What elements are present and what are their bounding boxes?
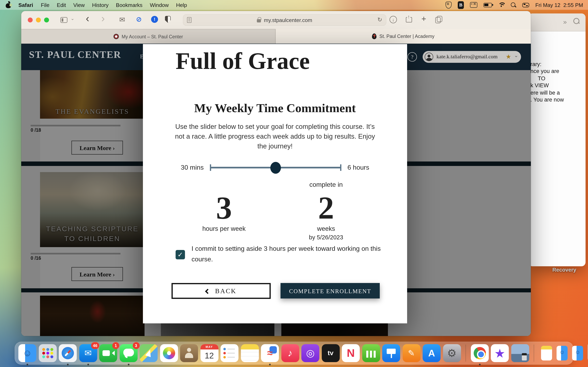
dock-icon-podcasts[interactable]: ◎	[301, 344, 319, 362]
dock-icon-photos[interactable]	[160, 344, 178, 362]
dock-icon-messages[interactable]: 3	[120, 344, 138, 362]
menu-bookmarks[interactable]: Bookmarks	[116, 2, 143, 8]
hours-value: 3	[186, 191, 262, 225]
forward-button[interactable]: ›	[101, 12, 105, 25]
background-document-window[interactable]: » rary: nce you are TO k VIEW ere will b…	[528, 13, 586, 266]
sidebar-chevron-icon[interactable]: ⌄	[71, 16, 74, 21]
chevron-down-icon: ⌄	[514, 53, 518, 58]
dock-icon-facetime[interactable]: 1	[99, 344, 117, 362]
mail-extension-icon[interactable]: ✉	[119, 16, 125, 24]
dock-icon-finder[interactable]: ☺	[18, 344, 36, 362]
account-menu[interactable]: kate.k.taliaferro@gmail.com ★ ⌄	[423, 51, 521, 63]
facetime-badge: 1	[112, 342, 119, 349]
menu-view[interactable]: View	[73, 2, 85, 8]
tab-my-account[interactable]: My Account – St. Paul Center	[21, 29, 276, 44]
dock-icon-chrome[interactable]	[471, 344, 489, 362]
running-indicator	[87, 364, 89, 365]
share-icon[interactable]	[406, 15, 412, 22]
dock-icon-notes[interactable]	[241, 344, 259, 362]
desktop-item-recovery-label[interactable]: Recovery	[541, 267, 588, 273]
dock-icon-pages[interactable]: ✎	[402, 344, 420, 362]
menu-clock[interactable]: Fri May 12 2:55 PM	[535, 2, 583, 8]
menu-app-name[interactable]: Safari	[18, 2, 33, 8]
address-bar[interactable]: my.stpaulcenter.com ↻	[183, 14, 386, 26]
search-icon[interactable]	[573, 18, 580, 25]
back-button[interactable]: BACK	[172, 283, 271, 299]
downloads-icon[interactable]: ↓	[389, 16, 397, 23]
weeks-value: 2	[288, 191, 364, 225]
document-text-fragments: rary: nce you are TO k VIEW ere will be …	[530, 61, 588, 103]
menu-file[interactable]: File	[41, 2, 49, 8]
dock-icon-calendar[interactable]: MAY 12	[200, 344, 218, 362]
menu-help[interactable]: Help	[176, 2, 187, 8]
tab-overview-icon[interactable]	[435, 16, 442, 23]
url-text[interactable]: my.stpaulcenter.com	[264, 17, 312, 23]
menu-edit[interactable]: Edit	[57, 2, 66, 8]
dock-icon-keynote[interactable]	[382, 344, 400, 362]
menu-history[interactable]: History	[92, 2, 109, 8]
keyboard-switcher-icon[interactable]	[470, 2, 477, 8]
modal-description: Use the slider below to set your goal fo…	[173, 122, 377, 151]
time-slider[interactable]	[210, 167, 341, 169]
window-minimize-button[interactable]	[36, 17, 41, 22]
shield-extension-icon[interactable]	[165, 16, 171, 23]
learn-more-button[interactable]: Learn More ›	[71, 267, 123, 281]
site-logo[interactable]: ST. PAUL CENTER	[29, 49, 121, 60]
control-center-icon[interactable]	[522, 3, 529, 7]
spotlight-icon[interactable]	[511, 2, 516, 8]
dock-min-notes[interactable]	[541, 346, 552, 360]
back-button[interactable]: ‹	[86, 12, 89, 25]
document-line: rary:	[530, 61, 588, 68]
dock-icon-reminders[interactable]	[221, 344, 238, 362]
help-icon[interactable]: ?	[407, 52, 417, 62]
progress-count: 0 /18	[31, 128, 41, 133]
dock-icon-numbers[interactable]	[362, 344, 380, 362]
dock-icon-maps[interactable]	[140, 344, 158, 362]
tab-academy-active[interactable]: St. Paul Center | Academy	[276, 29, 531, 44]
progress-count: 0 /16	[31, 256, 41, 261]
password-manager-icon[interactable]: B	[458, 1, 464, 9]
window-close-button[interactable]	[28, 17, 33, 22]
commitment-checkbox[interactable]: ✓	[176, 250, 185, 259]
st-paul-shield-favicon	[372, 33, 376, 39]
dock-min-finder-window[interactable]	[557, 346, 568, 360]
account-email: kate.k.taliaferro@gmail.com	[437, 53, 498, 60]
dock-icon-appstore[interactable]: A	[423, 344, 441, 362]
menu-window[interactable]: Window	[150, 2, 169, 8]
toolbar-overflow-icon[interactable]: »	[563, 18, 567, 26]
dock-icon-freeform[interactable]: ≈	[261, 344, 279, 362]
wifi-icon[interactable]	[498, 2, 505, 7]
apple-menu-icon[interactable]	[6, 2, 11, 8]
dock-icon-launchpad[interactable]	[39, 344, 57, 362]
weeks-label: weeks	[288, 225, 364, 234]
safari-toolbar: ⌄ ‹ › ✉ ⊘ ! my.stpaulcenter.com ↻ ↓ +	[21, 11, 531, 29]
window-zoom-button[interactable]	[44, 17, 49, 22]
dock-icon-video-star[interactable]: ★	[491, 344, 509, 362]
new-tab-button[interactable]: +	[421, 14, 426, 24]
dock-icon-minimized-window[interactable]	[511, 344, 529, 362]
learn-more-button[interactable]: Learn More ›	[71, 141, 123, 155]
dock-icon-mail[interactable]: ✉46	[79, 344, 97, 362]
dock: ☺ ✉46 1 3 MAY 12 ≈ ♪ ◎ tv N ✎ A ⚙ ★	[15, 342, 573, 365]
running-indicator	[269, 364, 271, 365]
dock-icon-settings[interactable]: ⚙	[443, 344, 461, 362]
dock-icon-news[interactable]: N	[342, 344, 360, 362]
blocker-extension-icon[interactable]: ⊘	[136, 15, 142, 24]
complete-enrollment-button[interactable]: COMPLETE ENROLLMENT	[281, 283, 380, 299]
chevron-left-icon	[205, 289, 210, 294]
dock-icon-tv[interactable]: tv	[321, 344, 339, 362]
dock-icon-music[interactable]: ♪	[281, 344, 299, 362]
dock-icon-contacts[interactable]	[180, 344, 198, 362]
document-line: TO	[530, 75, 588, 82]
by-date-label: by 5/26/2023	[288, 234, 364, 243]
privacy-shield-icon[interactable]	[445, 1, 452, 8]
reload-icon[interactable]: ↻	[378, 16, 382, 23]
document-line: ere will be a	[530, 89, 588, 96]
sidebar-icon[interactable]	[61, 17, 67, 23]
alert-extension-icon[interactable]: !	[151, 16, 158, 23]
slider-thumb[interactable]	[270, 162, 281, 174]
battery-icon[interactable]	[484, 3, 492, 7]
dock-icon-safari[interactable]	[59, 344, 77, 362]
mail-badge: 46	[91, 342, 99, 349]
dock-min-finder-window[interactable]	[572, 346, 583, 360]
